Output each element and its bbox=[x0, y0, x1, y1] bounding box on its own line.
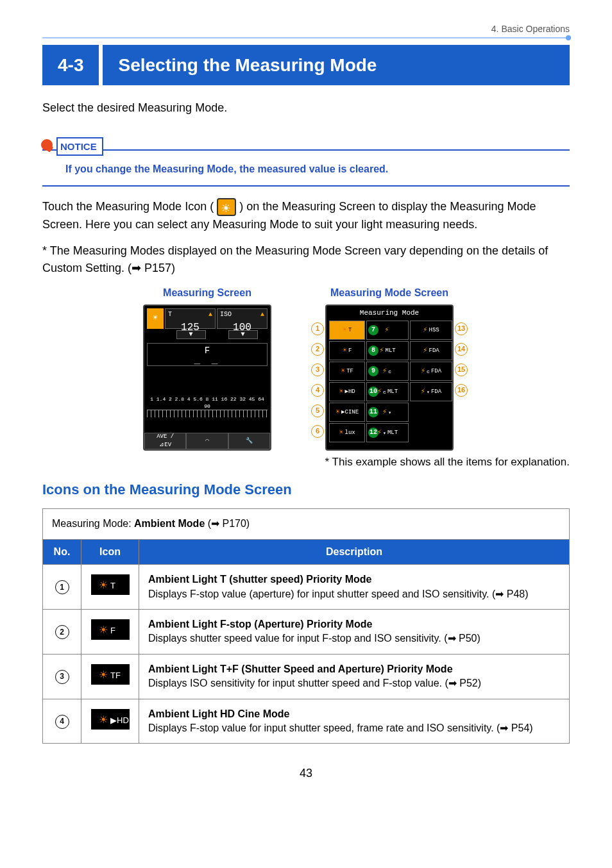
row-number-cell: 3 bbox=[43, 654, 81, 699]
callout-6: 6 bbox=[311, 425, 324, 438]
mode-cell-text: lux bbox=[345, 429, 355, 437]
bolt-icon: ⚡ bbox=[384, 325, 389, 336]
row-desc-cell: Ambient Light HD Cine ModeDisplays F-sto… bbox=[139, 699, 570, 744]
ms-t-value: 125 bbox=[168, 321, 212, 335]
mode-cell-text: FDA bbox=[431, 367, 441, 376]
callouts-left: 1 2 3 4 5 6 bbox=[310, 305, 325, 451]
mode-cell: ☀▶CINE bbox=[329, 403, 365, 422]
notice-block: NOTICE If you change the Measuring Mode,… bbox=[42, 131, 570, 187]
mode-cell: ⚡▾11 bbox=[366, 403, 409, 422]
callout-4: 4 bbox=[311, 384, 324, 397]
bolt-icon: ⚡ bbox=[379, 346, 384, 356]
example-note: * This example shows all the items for e… bbox=[42, 455, 570, 470]
callout-1: 1 bbox=[311, 322, 324, 335]
callout-15: 15 bbox=[455, 363, 468, 376]
ambient-icon: ☀T bbox=[91, 574, 130, 595]
ms-scale-bars bbox=[147, 410, 268, 417]
th-icon: Icon bbox=[81, 539, 139, 564]
mode-cell-sub: c bbox=[388, 368, 391, 375]
row-desc-cell: Ambient Light F-stop (Aperture) Priority… bbox=[139, 609, 570, 654]
sun-icon: ☀ bbox=[341, 366, 345, 377]
mode-cell: ⚡7 bbox=[366, 321, 409, 340]
circled-number: 2 bbox=[55, 625, 69, 639]
mode-cell: ☀F bbox=[329, 341, 365, 360]
bolt-icon: ⚡ bbox=[382, 366, 387, 377]
row-desc-title: Ambient Light T (shutter speed) Priority… bbox=[148, 572, 560, 587]
mode-table: Measuring Mode: Ambient Mode (➡ P170) No… bbox=[42, 508, 570, 744]
callout-5: 5 bbox=[311, 405, 324, 417]
mode-cell-text: FDA bbox=[431, 388, 441, 396]
th-no: No. bbox=[43, 539, 81, 564]
section-header: 4-3 Selecting the Measuring Mode bbox=[42, 45, 570, 85]
svg-text:TF: TF bbox=[110, 671, 121, 680]
green-circle-10: 10 bbox=[368, 387, 378, 397]
svg-text:F: F bbox=[110, 626, 115, 635]
row-desc-cell: Ambient Light T+F (Shutter Speed and Ape… bbox=[139, 654, 570, 699]
mode-cell-text: ▶HD bbox=[345, 388, 355, 396]
ms-iso-label: ISO bbox=[220, 310, 232, 319]
row-icon-cell: ☀F bbox=[81, 609, 139, 654]
row-desc-body: Displays F-stop value for input shutter … bbox=[148, 721, 560, 735]
mode-cell-text: FDA bbox=[429, 347, 439, 355]
row-icon-cell: ☀▶HD bbox=[81, 699, 139, 744]
green-circle-12: 12 bbox=[368, 428, 378, 438]
circled-number: 3 bbox=[55, 670, 69, 684]
ms-f-panel: F — — bbox=[147, 343, 268, 366]
circled-number: 4 bbox=[55, 715, 69, 729]
table-caption-b: Ambient Mode bbox=[134, 518, 205, 529]
row-icon-cell: ☀T bbox=[81, 565, 139, 610]
mode-cell: ☀lux bbox=[329, 423, 365, 442]
sun-icon: ☀ bbox=[343, 325, 347, 336]
ms-f-label: F bbox=[205, 346, 210, 356]
mode-cell: ⚡cFDA bbox=[410, 362, 452, 381]
ms-footer-wrench-icon: 🔧 bbox=[228, 433, 270, 449]
svg-text:☀: ☀ bbox=[99, 669, 108, 680]
ambient-icon: ☀TF bbox=[91, 664, 130, 685]
row-desc-title: Ambient Light T+F (Shutter Speed and Ape… bbox=[148, 662, 560, 676]
row-desc-body: Displays F-stop value (aperture) for inp… bbox=[148, 587, 560, 601]
mode-cell-sub: c bbox=[427, 368, 430, 375]
row-desc-cell: Ambient Light T (shutter speed) Priority… bbox=[139, 565, 570, 610]
green-circle-8: 8 bbox=[368, 346, 378, 356]
figure-caption-left: Measuring Screen bbox=[143, 286, 271, 300]
callout-2: 2 bbox=[311, 343, 324, 356]
svg-text:☀: ☀ bbox=[99, 624, 108, 635]
mode-cell: ⚡▾MLT12 bbox=[366, 423, 409, 442]
mode-cell-sub: ▾ bbox=[388, 409, 391, 416]
row-number-cell: 4 bbox=[43, 699, 81, 744]
callouts-right: 13 14 15 16 bbox=[454, 305, 469, 451]
mode-cell-text: T bbox=[348, 326, 352, 335]
bolt-icon: ⚡ bbox=[382, 407, 387, 418]
row-desc-body: Displays ISO sensitivity for input shutt… bbox=[148, 676, 560, 690]
ms-footer-ave: AVE / ⊿EV bbox=[144, 433, 186, 449]
mode-grid: ☀T⚡7⚡HSS☀F⚡MLT8⚡FDA☀TF⚡c9⚡cFDA☀▶HD⚡cMLT1… bbox=[327, 321, 452, 442]
row-number-cell: 2 bbox=[43, 609, 81, 654]
table-row: 1☀TAmbient Light T (shutter speed) Prior… bbox=[43, 565, 570, 610]
ms-iso-panel: ISO▲ 100 bbox=[217, 308, 268, 329]
row-desc-title: Ambient Light HD Cine Mode bbox=[148, 707, 560, 721]
mode-cell-text: MLT bbox=[387, 388, 398, 396]
bolt-icon: ⚡ bbox=[421, 366, 425, 377]
svg-text:☀: ☀ bbox=[99, 714, 108, 725]
breadcrumb-divider bbox=[42, 37, 570, 38]
sun-icon: ☀ bbox=[336, 407, 340, 418]
sun-icon: ☀ bbox=[343, 346, 347, 356]
custom-setting-note: * The Measuring Modes displayed on the M… bbox=[42, 242, 570, 277]
section-title: Selecting the Measuring Mode bbox=[103, 45, 570, 85]
notice-pin-icon bbox=[41, 139, 53, 151]
table-row: 3☀TFAmbient Light T+F (Shutter Speed and… bbox=[43, 654, 570, 699]
ms-scale-numbers: 1 1.4 2 2.8 4 5.6 8 11 16 22 32 45 64 90 bbox=[147, 396, 268, 410]
mode-cell-text: ▶CINE bbox=[341, 408, 359, 417]
bolt-icon: ⚡ bbox=[423, 346, 427, 356]
ms-iso-value: 100 bbox=[220, 321, 264, 335]
mode-cell: ⚡HSS bbox=[410, 321, 452, 340]
icons-subheader: Icons on the Measuring Mode Screen bbox=[42, 480, 570, 500]
notice-text: If you change the Measuring Mode, the me… bbox=[65, 162, 557, 176]
mode-cell-text: MLT bbox=[387, 429, 398, 437]
table-caption-c: (➡ P170) bbox=[205, 518, 250, 529]
callout-13: 13 bbox=[455, 322, 468, 335]
ambient-icon: ☀F bbox=[91, 619, 130, 640]
notice-label: NOTICE bbox=[56, 137, 103, 156]
mode-cell: ☀T bbox=[329, 321, 365, 340]
mode-cell-sub: ▾ bbox=[427, 388, 430, 396]
